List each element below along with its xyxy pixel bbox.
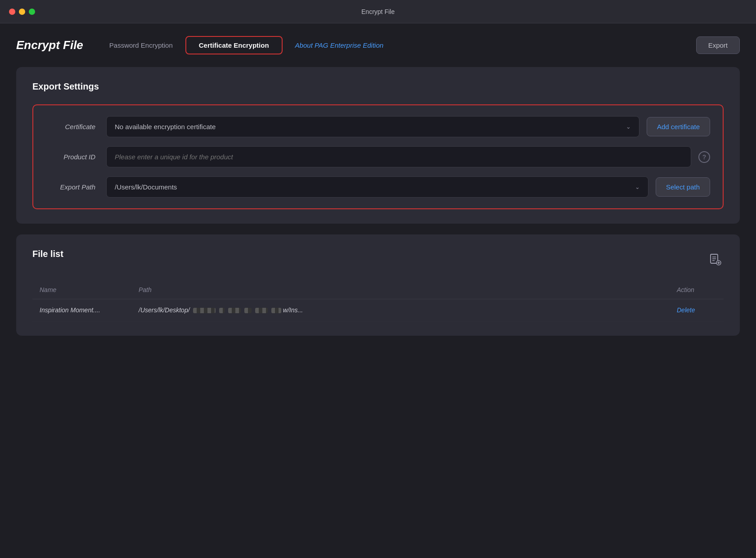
select-path-button[interactable]: Select path	[656, 177, 710, 197]
column-name: Name	[32, 281, 131, 299]
path-blur-3	[228, 308, 241, 313]
product-id-input[interactable]	[106, 146, 691, 167]
export-settings-title: Export Settings	[32, 81, 724, 92]
file-list-title: File list	[32, 249, 63, 259]
export-settings-form: Certificate No available encryption cert…	[32, 104, 724, 209]
tab-password-encryption[interactable]: Password Encryption	[97, 37, 185, 54]
column-path: Path	[131, 281, 670, 299]
certificate-select-value: No available encryption certificate	[115, 123, 216, 130]
certificate-label: Certificate	[46, 123, 95, 130]
file-action: Delete	[670, 299, 724, 321]
column-action: Action	[670, 281, 724, 299]
chevron-down-icon: ⌄	[626, 123, 631, 130]
path-blur-6	[271, 308, 281, 313]
minimize-button[interactable]	[19, 9, 25, 15]
product-id-label: Product ID	[46, 153, 95, 161]
certificate-control-wrapper: No available encryption certificate ⌄ Ad…	[106, 116, 710, 137]
traffic-lights	[9, 9, 35, 15]
app-title: Encrypt File	[16, 38, 83, 52]
certificate-row: Certificate No available encryption cert…	[46, 116, 710, 137]
export-button[interactable]: Export	[696, 36, 740, 54]
add-file-button[interactable]	[707, 252, 724, 269]
tab-about[interactable]: About PAG Enterprise Edition	[283, 37, 396, 54]
add-file-icon	[709, 253, 722, 268]
file-list-card: File list Name	[16, 234, 740, 336]
export-path-value: /Users/lk/Documents	[115, 183, 177, 191]
path-blur-2	[219, 308, 225, 313]
export-path-control-wrapper: /Users/lk/Documents ⌄ Select path	[106, 176, 710, 198]
export-path-select[interactable]: /Users/lk/Documents ⌄	[106, 176, 648, 198]
nav-tabs: Password Encryption Certificate Encrypti…	[97, 36, 696, 54]
header-row: Encrypt File Password Encryption Certifi…	[16, 36, 740, 54]
path-blur-4	[244, 308, 252, 313]
file-path: /Users/lk/Desktop/ w/Ins...	[131, 299, 670, 321]
file-path-text: /Users/lk/Desktop/	[139, 306, 190, 314]
file-list-header: File list	[32, 249, 724, 272]
product-id-control-wrapper: ?	[106, 146, 710, 167]
export-path-row: Export Path /Users/lk/Documents ⌄ Select…	[46, 176, 710, 198]
chevron-down-icon: ⌄	[635, 184, 640, 190]
file-path-suffix: w/Ins...	[283, 306, 303, 314]
delete-button[interactable]: Delete	[677, 306, 695, 314]
add-certificate-button[interactable]: Add certificate	[647, 117, 710, 136]
maximize-button[interactable]	[29, 9, 35, 15]
main-content: Encrypt File Password Encryption Certifi…	[0, 23, 756, 558]
file-table-body: Inspiration Moment.... /Users/lk/Desktop…	[32, 299, 724, 321]
path-blur-1	[193, 308, 216, 313]
table-row: Inspiration Moment.... /Users/lk/Desktop…	[32, 299, 724, 321]
titlebar: Encrypt File	[0, 0, 756, 23]
export-path-label: Export Path	[46, 183, 95, 191]
path-blur-5	[255, 308, 268, 313]
export-settings-card: Export Settings Certificate No available…	[16, 67, 740, 224]
tab-certificate-encryption[interactable]: Certificate Encryption	[185, 36, 283, 54]
file-table: Name Path Action Inspiration Moment.... …	[32, 281, 724, 321]
file-name: Inspiration Moment....	[32, 299, 131, 321]
certificate-select[interactable]: No available encryption certificate ⌄	[106, 116, 639, 137]
close-button[interactable]	[9, 9, 15, 15]
file-table-header: Name Path Action	[32, 281, 724, 299]
window-title: Encrypt File	[361, 8, 395, 15]
product-id-row: Product ID ?	[46, 146, 710, 167]
help-icon[interactable]: ?	[698, 151, 710, 163]
